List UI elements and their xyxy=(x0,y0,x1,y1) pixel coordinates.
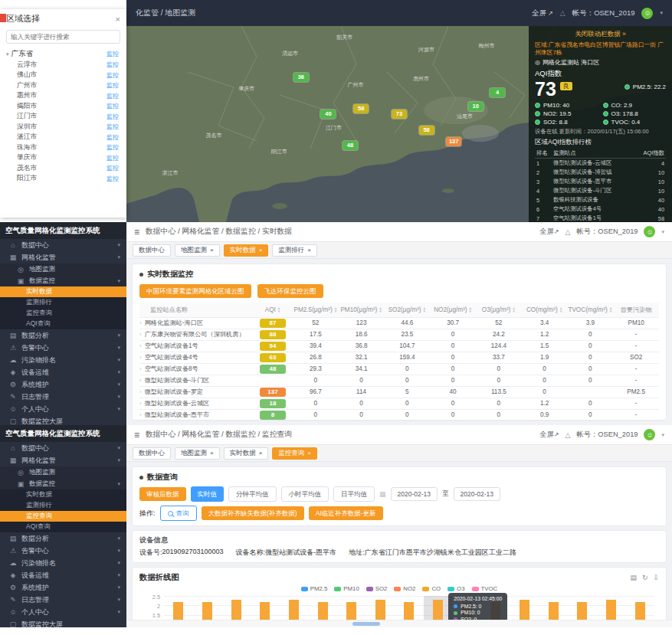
table-row[interactable]: ›微型站测试设备-罗定13796.7114540113.50PM2.5 xyxy=(139,386,659,398)
rank-row[interactable]: 7空气站测试设备1号58 xyxy=(535,214,666,222)
tab-实时数据[interactable]: 实时数据× xyxy=(224,244,269,257)
sidebar-item-数据分析[interactable]: ▤数据分析▾ xyxy=(0,329,126,342)
aqi-map-marker[interactable]: 10 xyxy=(468,102,484,111)
tab-数据中心[interactable]: 数据中心 xyxy=(133,244,171,257)
rank-row[interactable]: 6空气站测试设备4号40 xyxy=(535,205,666,214)
chevron-down-icon[interactable]: ▾ xyxy=(6,51,9,57)
tab-地图监测[interactable]: 地图监测× xyxy=(175,447,220,460)
region-city-item[interactable]: 惠州市监控 xyxy=(6,91,120,102)
aqi-map-marker[interactable]: 40 xyxy=(320,110,336,119)
monitor-link[interactable]: 监控 xyxy=(107,61,119,69)
region-city-item[interactable]: 肇庆市监控 xyxy=(6,153,120,164)
sidebar-item-设备运维[interactable]: ◈设备运维▾ xyxy=(0,569,126,581)
rank-row[interactable]: 1微型站测试设备-云城区4 xyxy=(535,159,666,169)
sidebar-item-系统维护[interactable]: ⚙系统维护▾ xyxy=(0,378,126,391)
tab-实时数据[interactable]: 实时数据× xyxy=(224,447,269,460)
horizontal-scrollbar[interactable] xyxy=(126,620,672,627)
expand-caret-icon[interactable]: › xyxy=(139,331,142,338)
expand-caret-icon[interactable]: › xyxy=(139,400,142,407)
monitor-link[interactable]: 监控 xyxy=(107,143,119,152)
close-icon[interactable]: × xyxy=(116,15,120,24)
monitor-link[interactable]: 监控 xyxy=(107,154,119,162)
sidebar-item-地图监测[interactable]: ◎地图监测 xyxy=(0,466,126,478)
ai-fill-button[interactable]: AI临近补齐数据-更新 xyxy=(309,506,383,520)
granularity-小时平均值[interactable]: 小时平均值 xyxy=(281,486,329,502)
monitor-link[interactable]: 监控 xyxy=(107,175,119,183)
fullscreen-button[interactable]: 全屏↗ xyxy=(532,8,553,18)
expand-caret-icon[interactable]: › xyxy=(139,365,142,372)
expand-caret-icon[interactable]: › xyxy=(139,411,142,418)
data-view-icon[interactable]: ▤ xyxy=(630,574,637,581)
refresh-icon[interactable]: ↻ xyxy=(642,574,648,581)
region-city-item[interactable]: 珠海市监控 xyxy=(6,142,120,153)
monitor-link[interactable]: 监控 xyxy=(107,71,119,80)
sidebar-item-系统维护[interactable]: ⚙系统维护▾ xyxy=(0,581,126,594)
granularity-日平均值[interactable]: 日平均值 xyxy=(333,486,375,502)
sidebar-item-AQI查询[interactable]: AQI查询 xyxy=(0,319,126,329)
sidebar-item-告警中心[interactable]: ⚠告警中心▾ xyxy=(0,545,126,557)
sidebar-item-数据中心[interactable]: ⌂数据中心▾ xyxy=(0,442,126,454)
sidebar-item-AQI查询[interactable]: AQI查询 xyxy=(0,522,126,532)
date-from-input[interactable]: 2020-02-13 xyxy=(391,487,438,501)
close-icon[interactable]: × xyxy=(210,247,214,254)
aqi-map-marker[interactable]: 58 xyxy=(419,126,434,135)
sidebar-item-数据分析[interactable]: ▤数据分析▾ xyxy=(0,532,126,545)
avatar[interactable]: ☺ xyxy=(641,8,653,19)
tab-数据中心[interactable]: 数据中心 xyxy=(133,447,171,460)
monitor-link[interactable]: 监控 xyxy=(107,102,119,110)
notification-icon[interactable]: △ xyxy=(560,9,565,17)
sort-icon[interactable]: ▲▼ xyxy=(609,307,613,313)
search-button[interactable]: 查询 xyxy=(160,506,197,521)
fill-missing-button[interactable]: 大数据补齐缺失数据(补齐数据) xyxy=(202,506,304,520)
sort-icon[interactable]: ▲▼ xyxy=(379,307,382,313)
sort-icon[interactable]: ▲▼ xyxy=(423,307,427,313)
table-row[interactable]: ›微型站测试设备-斗门区0000000- xyxy=(139,375,659,386)
scrollbar-thumb[interactable] xyxy=(352,622,380,626)
region-city-item[interactable]: 云浮市监控 xyxy=(6,60,120,70)
monitor-link[interactable]: 监控 xyxy=(107,123,119,131)
sidebar-item-污染物排名[interactable]: ☁污染物排名▾ xyxy=(0,557,126,569)
sort-icon[interactable]: ▲▼ xyxy=(334,307,338,313)
monitor-link[interactable]: 监控 xyxy=(107,164,119,172)
expand-caret-icon[interactable]: › xyxy=(139,319,142,326)
legend-item-O3[interactable]: O3 xyxy=(447,585,464,592)
monitor-link[interactable]: 监控 xyxy=(107,113,119,121)
sidebar-item-数据中心[interactable]: ⌂数据中心▾ xyxy=(0,239,126,251)
sidebar-item-网格化监管[interactable]: ▦网格化监管▾ xyxy=(0,454,126,466)
aqi-map-marker[interactable]: 58 xyxy=(353,104,369,113)
fullscreen-button[interactable]: 全屏↗ xyxy=(539,227,559,237)
table-row[interactable]: ›空气站测试设备8号4829.334.100000- xyxy=(139,363,659,375)
sidebar-item-数据监控大屏[interactable]: ▢数据监控大屏 xyxy=(0,415,126,425)
tab-监控查询[interactable]: 监控查询× xyxy=(272,447,317,460)
sidebar-item-监控查询[interactable]: 监控查询 xyxy=(0,308,126,319)
region-city-item[interactable]: 江门市监控 xyxy=(6,112,120,123)
aqi-map-marker[interactable]: 36 xyxy=(293,73,309,82)
sort-icon[interactable]: ▲▼ xyxy=(512,307,516,313)
expand-caret-icon[interactable]: › xyxy=(139,377,142,384)
sidebar-item-监测排行[interactable]: 监测排行 xyxy=(0,500,126,511)
table-row[interactable]: ›广东康兴物管有限公司（深圳机房）8817.518.623.5024.21.20… xyxy=(139,329,659,340)
monitor-link[interactable]: 监控 xyxy=(107,81,119,90)
monitor-link[interactable]: 监控 xyxy=(107,92,119,100)
sidebar-item-设备运维[interactable]: ◈设备运维▾ xyxy=(0,366,126,378)
cloud-map-button-1[interactable]: 中国环境要素监测网格化区域云图 xyxy=(139,284,251,298)
notification-icon[interactable]: △ xyxy=(565,228,570,236)
sidebar-item-个人中心[interactable]: ☺个人中心▾ xyxy=(0,403,126,415)
sidebar-item-日志管理[interactable]: ✎日志管理▾ xyxy=(0,391,126,403)
tree-node-province[interactable]: ▾ 广东省 监控 xyxy=(6,48,120,60)
table-row[interactable]: ›微型站测试设备-云城区18000001.20- xyxy=(139,398,659,409)
date-to-input[interactable]: 2020-02-13 xyxy=(454,487,500,501)
sidebar-item-日志管理[interactable]: ✎日志管理▾ xyxy=(0,594,126,606)
audited-data-button[interactable]: 审核后数据 xyxy=(139,487,186,501)
sidebar-item-数据监控[interactable]: ▣数据监控▾ xyxy=(0,275,126,286)
region-city-item[interactable]: 广州市监控 xyxy=(6,80,120,91)
legend-item-PM10[interactable]: PM10 xyxy=(334,585,359,592)
legend-item-CO[interactable]: CO xyxy=(422,585,441,592)
sort-icon[interactable]: ▲▼ xyxy=(277,307,281,313)
close-icon[interactable]: × xyxy=(259,450,263,457)
sidebar-item-告警中心[interactable]: ⚠告警中心▾ xyxy=(0,342,126,354)
fullscreen-button[interactable]: 全屏↗ xyxy=(539,430,559,440)
avatar[interactable]: ☺ xyxy=(644,226,655,237)
panel-toggle[interactable]: 关闭联动栏数据 » xyxy=(535,30,666,39)
region-city-item[interactable]: 揭阳市监控 xyxy=(6,101,120,112)
